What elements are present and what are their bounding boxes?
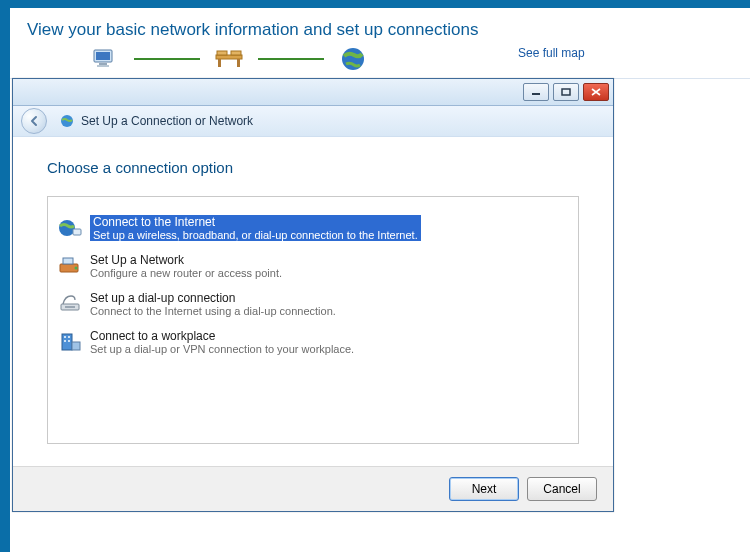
svg-rect-19: [65, 306, 75, 308]
svg-rect-21: [64, 336, 66, 338]
svg-rect-16: [63, 258, 73, 264]
building-network-icon: [56, 329, 84, 355]
option-dialup[interactable]: Set up a dial-up connection Connect to t…: [48, 287, 578, 321]
minimize-button[interactable]: [523, 83, 549, 101]
svg-rect-14: [73, 229, 81, 235]
svg-rect-24: [68, 340, 70, 342]
svg-point-17: [75, 267, 78, 270]
back-button[interactable]: [21, 108, 47, 134]
globe-icon: [338, 46, 368, 72]
wizard-titlebar: [13, 79, 613, 106]
option-desc: Set up a dial-up or VPN connection to yo…: [90, 343, 354, 355]
computer-icon: [90, 46, 120, 72]
wizard-body: Choose a connection option Connect to th…: [13, 135, 613, 467]
svg-rect-1: [96, 52, 110, 60]
option-desc: Set up a wireless, broadband, or dial-up…: [90, 229, 421, 241]
window-controls: [523, 83, 609, 101]
option-workplace[interactable]: Connect to a workplace Set up a dial-up …: [48, 325, 578, 359]
left-stripe: [0, 0, 10, 552]
svg-rect-4: [216, 55, 242, 59]
svg-rect-8: [231, 51, 241, 55]
router-icon: [56, 253, 84, 279]
close-button[interactable]: [583, 83, 609, 101]
option-title: Set up a dial-up connection: [90, 291, 336, 305]
connection-line: [134, 58, 200, 60]
maximize-button[interactable]: [553, 83, 579, 101]
bench-icon: [214, 46, 244, 72]
svg-rect-7: [217, 51, 227, 55]
wizard-title: Set Up a Connection or Network: [81, 114, 253, 128]
option-connect-internet[interactable]: Connect to the Internet Set up a wireles…: [48, 211, 578, 245]
see-full-map-link[interactable]: See full map: [518, 46, 585, 60]
network-wizard-icon: [59, 113, 75, 129]
svg-rect-6: [237, 59, 240, 67]
connection-line: [258, 58, 324, 60]
svg-rect-22: [68, 336, 70, 338]
page-heading: View your basic network information and …: [27, 20, 478, 40]
svg-rect-5: [218, 59, 221, 67]
svg-rect-11: [562, 89, 570, 95]
svg-rect-2: [99, 63, 107, 65]
next-button[interactable]: Next: [449, 477, 519, 501]
wizard-nav-row: Set Up a Connection or Network: [13, 106, 613, 137]
svg-rect-20: [62, 334, 72, 350]
connection-options-list: Connect to the Internet Set up a wireles…: [47, 196, 579, 444]
globe-network-icon: [56, 215, 84, 241]
top-stripe: [0, 0, 750, 8]
svg-rect-10: [532, 93, 540, 95]
option-setup-network[interactable]: Set Up a Network Configure a new router …: [48, 249, 578, 283]
cancel-button[interactable]: Cancel: [527, 477, 597, 501]
option-desc: Configure a new router or access point.: [90, 267, 282, 279]
svg-point-9: [342, 48, 364, 70]
option-desc: Connect to the Internet using a dial-up …: [90, 305, 336, 317]
option-title: Connect to a workplace: [90, 329, 354, 343]
option-title: Set Up a Network: [90, 253, 282, 267]
setup-connection-wizard: Set Up a Connection or Network Choose a …: [12, 78, 614, 512]
network-map-strip: [90, 44, 368, 74]
wizard-footer: Next Cancel: [13, 466, 613, 511]
wizard-instruction: Choose a connection option: [47, 159, 579, 176]
modem-phone-icon: [56, 291, 84, 317]
option-title: Connect to the Internet: [90, 215, 421, 229]
svg-rect-25: [72, 342, 80, 350]
svg-rect-3: [97, 65, 109, 67]
svg-rect-23: [64, 340, 66, 342]
